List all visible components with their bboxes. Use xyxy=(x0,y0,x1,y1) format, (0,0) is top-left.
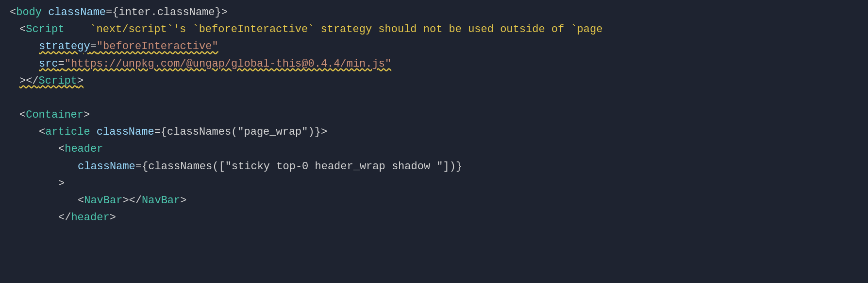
code-line-11: > xyxy=(0,175,868,192)
code-line-5: ></Script> xyxy=(0,72,868,89)
code-text: <header xyxy=(58,141,103,158)
code-text: <Container> xyxy=(19,106,90,124)
code-text: <body className={inter.className}> xyxy=(10,4,228,21)
code-line-1: <body className={inter.className}> xyxy=(0,4,868,21)
code-text: strategy="beforeInteractive" xyxy=(39,38,218,55)
code-text: </header> xyxy=(58,209,116,226)
code-line-2: <Script `next/script`'s `beforeInteracti… xyxy=(0,21,868,38)
code-text: <NavBar></NavBar> xyxy=(78,192,186,209)
code-line-7: <Container> xyxy=(0,106,868,124)
code-text: <article className={classNames("page_wra… xyxy=(39,124,327,141)
code-line-10: className={classNames(["sticky top-0 hea… xyxy=(0,158,868,175)
code-text: ></Script> xyxy=(19,72,83,89)
code-text: <Script `next/script`'s `beforeInteracti… xyxy=(19,21,602,38)
code-line-8: <article className={classNames("page_wra… xyxy=(0,124,868,141)
code-text: className={classNames(["sticky top-0 hea… xyxy=(78,158,462,175)
code-line-3: strategy="beforeInteractive" xyxy=(0,38,868,55)
code-editor: <body className={inter.className}> <Scri… xyxy=(0,0,868,283)
code-line-12: <NavBar></NavBar> xyxy=(0,192,868,209)
code-line-empty xyxy=(0,89,868,106)
code-text: > xyxy=(58,175,65,192)
code-line-9: <header xyxy=(0,141,868,158)
code-line-4: src="https://unpkg.com/@ungap/global-thi… xyxy=(0,55,868,72)
code-text: src="https://unpkg.com/@ungap/global-thi… xyxy=(39,55,391,72)
code-line-13: </header> xyxy=(0,209,868,226)
